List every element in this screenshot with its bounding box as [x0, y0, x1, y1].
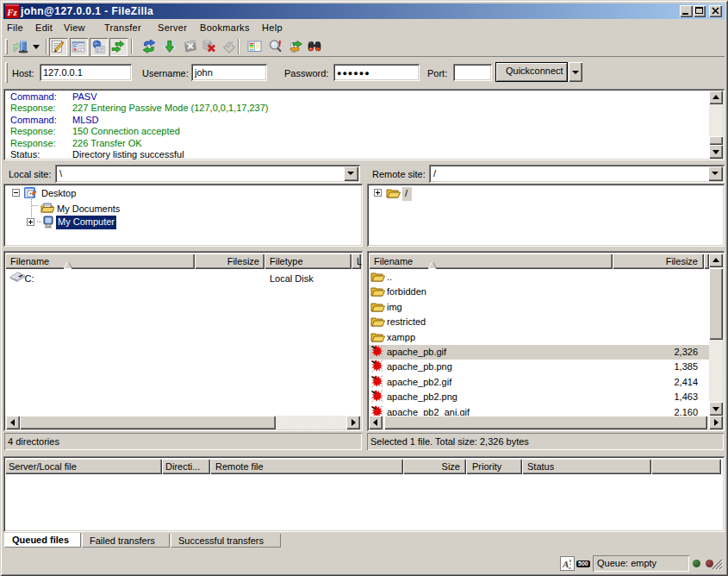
svg-text:Fz: Fz: [6, 7, 17, 17]
svg-text:A: A: [562, 559, 569, 569]
